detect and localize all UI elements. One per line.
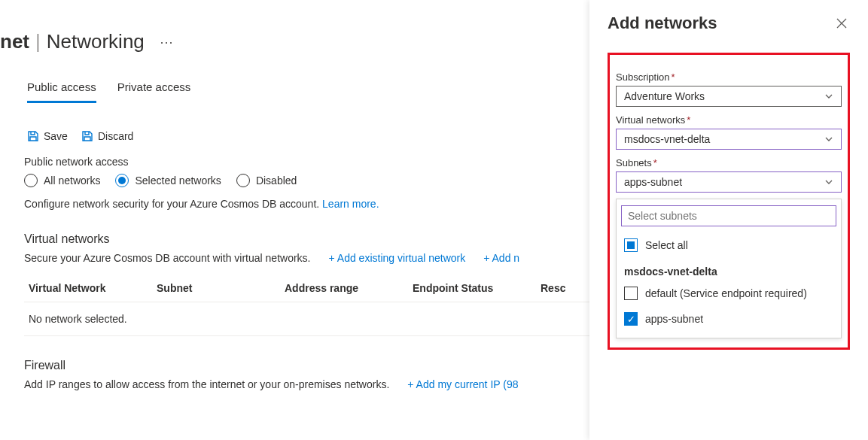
radio-label: Selected networks <box>135 174 221 187</box>
radio-icon <box>236 174 250 187</box>
subnet-dropdown: Select all msdocs-vnet-delta default (Se… <box>616 199 842 338</box>
add-networks-panel: Add networks Subscription* Adventure Wor… <box>589 0 868 440</box>
subnet-option-default[interactable]: default (Service endpoint required) <box>621 281 836 306</box>
subscription-label: Subscription* <box>616 71 842 83</box>
checkbox-checked-icon: ✓ <box>624 312 638 326</box>
radio-disabled[interactable]: Disabled <box>236 174 297 187</box>
table-header: Virtual Network Subnet Address range End… <box>24 275 596 302</box>
panel-title: Add networks <box>608 14 717 33</box>
subnet-option-apps[interactable]: ✓ apps-subnet <box>621 306 836 332</box>
title-separator: | <box>35 30 41 53</box>
highlighted-form-area: Subscription* Adventure Works Virtual ne… <box>608 53 850 350</box>
table-empty-row: No network selected. <box>24 302 596 336</box>
select-all-label: Select all <box>645 239 688 251</box>
chevron-down-icon <box>824 178 833 187</box>
subnet-value: apps-subnet <box>624 176 682 188</box>
chevron-down-icon <box>824 135 833 144</box>
learn-more-link[interactable]: Learn more. <box>322 198 379 210</box>
radio-icon <box>24 174 38 187</box>
tab-public-access[interactable]: Public access <box>27 80 96 103</box>
more-actions-button[interactable]: ⋯ <box>160 34 175 50</box>
add-existing-vnet-link[interactable]: + Add existing virtual network <box>329 252 466 264</box>
add-new-vnet-link[interactable]: + Add n <box>483 252 519 264</box>
col-subnet: Subnet <box>157 282 285 294</box>
chevron-down-icon <box>824 92 833 101</box>
checkbox-indeterminate-icon <box>624 238 638 252</box>
add-current-ip-link[interactable]: + Add my current IP (98 <box>407 378 518 390</box>
col-status: Endpoint Status <box>413 282 541 294</box>
radio-label: Disabled <box>256 174 297 187</box>
radio-all-networks[interactable]: All networks <box>24 174 100 187</box>
subnet-label: Subnets* <box>616 157 842 168</box>
resource-name-fragment: net <box>0 30 29 53</box>
close-icon <box>836 18 847 29</box>
select-all-option[interactable]: Select all <box>621 232 836 258</box>
radio-label: All networks <box>44 174 100 187</box>
save-icon <box>27 130 39 142</box>
vnet-label: Virtual networks* <box>616 114 842 126</box>
discard-button[interactable]: Discard <box>81 130 133 142</box>
tab-private-access[interactable]: Private access <box>117 80 191 103</box>
subnet-filter-input[interactable] <box>621 205 836 226</box>
firewall-description: Add IP ranges to allow access from the i… <box>24 378 389 390</box>
radio-icon <box>115 174 129 187</box>
subscription-value: Adventure Works <box>624 90 705 102</box>
vnets-description: Secure your Azure Cosmos DB account with… <box>24 252 311 264</box>
col-range: Address range <box>285 282 413 294</box>
col-vnet: Virtual Network <box>29 282 157 294</box>
discard-icon <box>81 130 93 142</box>
discard-label: Discard <box>98 130 133 142</box>
close-button[interactable] <box>833 15 850 32</box>
subnet-select[interactable]: apps-subnet <box>616 171 842 193</box>
radio-selected-networks[interactable]: Selected networks <box>115 174 221 187</box>
vnet-value: msdocs-vnet-delta <box>624 133 710 145</box>
vnet-select[interactable]: msdocs-vnet-delta <box>616 129 842 150</box>
page-title: Networking <box>47 30 145 53</box>
option-label: apps-subnet <box>645 313 703 325</box>
subnet-group-label: msdocs-vnet-delta <box>621 258 836 281</box>
panel-header: Add networks <box>589 0 868 42</box>
option-label: default (Service endpoint required) <box>645 287 807 299</box>
save-label: Save <box>44 130 68 142</box>
save-button[interactable]: Save <box>27 130 68 142</box>
subscription-select[interactable]: Adventure Works <box>616 86 842 107</box>
checkbox-unchecked-icon <box>624 287 638 300</box>
vnets-table: Virtual Network Subnet Address range End… <box>24 275 596 336</box>
